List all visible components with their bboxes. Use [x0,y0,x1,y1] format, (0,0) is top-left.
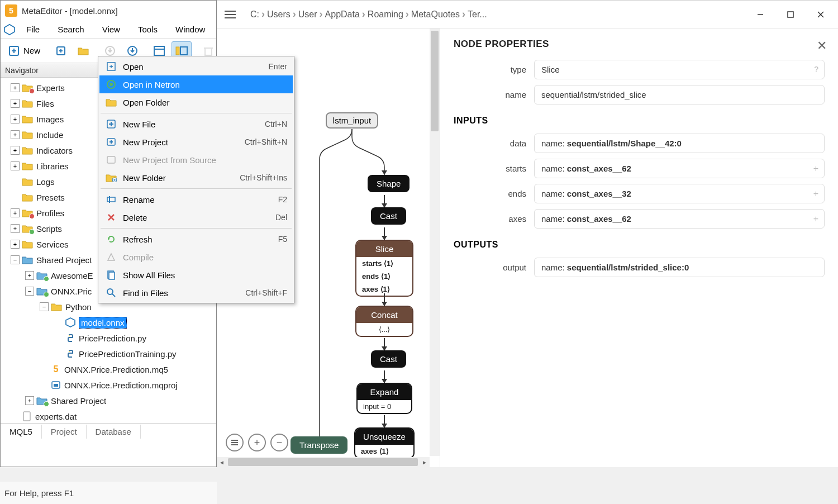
menu-item-new-folder[interactable]: New FolderCtrl+Shift+Ins [99,169,293,187]
close-button[interactable] [808,6,834,23]
properties-close-icon[interactable]: ✕ [817,39,827,53]
prop-value[interactable]: name: sequential/lstm/strided_slice:0 [534,258,825,277]
menu-item-label: Find in Files [123,288,245,298]
tree-item[interactable]: +Shared Project [1,393,216,408]
chevron-right-icon: › [406,8,409,20]
graph-node-expand[interactable]: Expand input = 0 [356,383,412,414]
tree-toggle-icon[interactable]: + [25,396,34,405]
tree-toggle-icon[interactable]: + [11,146,20,155]
menu-item-delete[interactable]: DeleteDel [99,208,293,226]
menu-item-open-in-netron[interactable]: Open in Netron [99,75,293,93]
prop-value[interactable]: name: const_axes__62+ [534,159,825,178]
tree-toggle-icon[interactable]: + [11,224,20,233]
hamburger-icon[interactable] [221,6,239,23]
menu-item-find-in-files[interactable]: Find in FilesCtrl+Shift+F [99,284,293,302]
prop-value[interactable]: name: sequential/lstm/Shape__42:0 [534,134,825,153]
prop-value-name[interactable]: sequential/lstm/strided_slice [534,85,825,104]
menu-view[interactable]: View [94,22,128,36]
menu-search[interactable]: Search [50,22,92,36]
tree-item[interactable]: PricePredictionTraining.py [1,346,216,362]
expand-icon[interactable]: + [813,164,818,174]
breadcrumb-item[interactable]: Ter... [468,9,487,20]
scrollbar-thumb[interactable] [431,31,439,131]
tree-item[interactable]: 5ONNX.Price.Prediction.mq5 [1,362,216,377]
graph-node-slice[interactable]: Slice starts ⟨1⟩ ends ⟨1⟩ axes ⟨1⟩ [355,240,413,297]
tree-item[interactable]: ONNX.Price.Prediction.mqproj [1,377,216,393]
folder-icon [22,224,33,233]
graph-node-input[interactable]: lstm_input [326,112,378,129]
folder-icon [22,177,33,186]
tree-toggle-icon[interactable]: + [11,161,20,170]
menu-item-open[interactable]: OpenEnter [99,58,293,75]
tree-toggle-icon[interactable]: − [25,287,34,296]
tab-mql5[interactable]: MQL5 [1,425,42,439]
menu-tools[interactable]: Tools [130,22,165,36]
tree-item-label: Libraries [36,161,69,171]
prop-value[interactable]: name: const_axes__32+ [534,184,825,203]
menu-item-rename[interactable]: RenameF2 [99,191,293,208]
graph-node-cast[interactable]: Cast [371,350,406,368]
mql5-logo-icon[interactable] [3,23,16,36]
breadcrumb-item[interactable]: User [298,9,317,20]
tree-toggle-icon[interactable]: + [11,208,20,217]
open-button[interactable] [73,41,93,60]
menu-item-refresh[interactable]: RefreshF5 [99,230,293,248]
menu-window[interactable]: Window [168,22,213,36]
menu-shortcut: Enter [269,62,287,71]
scrollbar-thumb[interactable] [228,458,418,466]
scroll-left-icon[interactable]: ◄ [217,457,227,467]
minimize-button[interactable] [747,6,773,23]
tab-database[interactable]: Database [87,425,141,439]
menu-item-show-all-files[interactable]: Show All Files [99,266,293,284]
breadcrumb-item[interactable]: MetaQuotes [411,9,460,20]
tree-toggle-icon[interactable]: + [11,115,20,123]
zoom-in-button[interactable]: + [248,434,266,451]
horizontal-scrollbar[interactable]: ◄ ► [217,457,430,467]
tree-item[interactable]: model.onnx [1,315,216,330]
tree-toggle-icon[interactable]: + [11,240,20,249]
graph-node-transpose[interactable]: Transpose [291,436,347,454]
menu-separator [101,113,292,113]
vertical-scrollbar[interactable] [430,28,440,456]
tree-item[interactable]: experts.dat [1,408,216,423]
zoom-out-button[interactable]: − [270,434,288,451]
tree-toggle-icon[interactable]: + [11,99,20,108]
tree-toggle-icon[interactable]: + [25,271,34,280]
tab-project[interactable]: Project [42,425,87,439]
graph-list-button[interactable] [226,434,244,451]
tree-item-label: Include [36,130,63,140]
menu-item-new-file[interactable]: New FileCtrl+N [99,115,293,133]
tree-toggle-icon[interactable]: + [11,130,20,139]
menu-item-label: Open [123,62,269,72]
tree-toggle-icon[interactable]: − [11,255,20,264]
menu-file[interactable]: File [18,22,47,36]
menu-item-label: New Project [123,137,245,147]
graph-node-concat[interactable]: Concat ⟨...⟩ [355,306,413,337]
trash-icon [202,45,215,57]
svg-rect-20 [23,412,30,421]
new-button[interactable]: New [4,41,44,60]
breadcrumb-item[interactable]: C: [250,9,259,20]
tree-toggle-icon[interactable]: − [40,302,49,311]
help-icon[interactable]: ? [814,65,818,74]
prop-value[interactable]: name: const_axes__62+ [534,209,825,229]
menu-item-new-project[interactable]: New ProjectCtrl+Shift+N [99,133,293,151]
graph-node-shape[interactable]: Shape [368,175,410,192]
new-file-button[interactable] [51,41,71,60]
tree-toggle-icon[interactable]: + [11,83,20,92]
svg-marker-48 [382,170,387,175]
graph-node-unsqueeze[interactable]: Unsqueeze axes ⟨1⟩ [354,427,415,459]
svg-rect-45 [788,12,793,17]
graph-node-cast[interactable]: Cast [371,207,406,225]
scroll-right-icon[interactable]: ► [420,457,430,467]
window-controls [747,6,834,23]
expand-icon[interactable]: + [813,189,818,199]
breadcrumb-item[interactable]: AppData [325,9,360,20]
menu-item-open-folder[interactable]: Open Folder [99,93,293,111]
breadcrumb-item[interactable]: Roaming [368,9,403,20]
tree-item[interactable]: PricePrediction.py [1,330,216,346]
breadcrumb-item[interactable]: Users [267,9,291,20]
prop-value-type[interactable]: Slice? [534,60,825,79]
maximize-button[interactable] [778,6,803,23]
expand-icon[interactable]: + [813,214,818,224]
